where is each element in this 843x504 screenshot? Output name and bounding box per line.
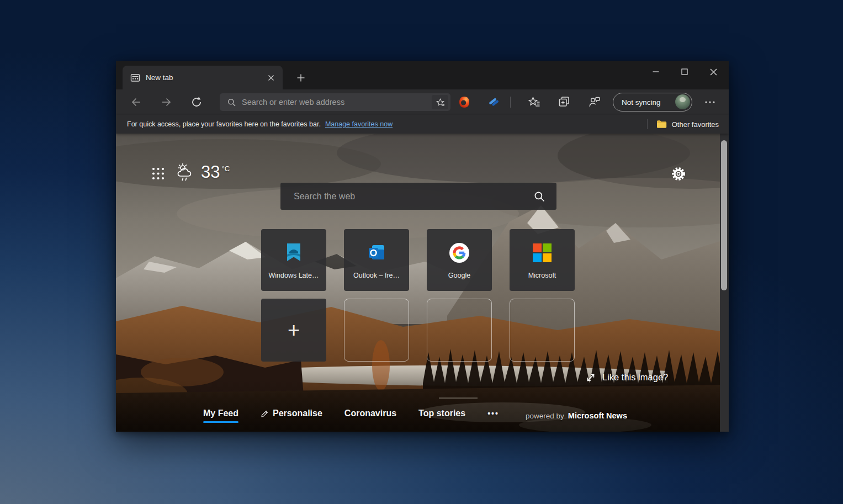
tab-title: New tab — [146, 73, 265, 82]
title-bar: New tab — [116, 61, 729, 89]
weather-widget[interactable]: 33 °C — [176, 162, 230, 183]
address-bar[interactable] — [220, 93, 450, 111]
web-search-box[interactable] — [280, 183, 556, 210]
not-syncing-label: Not syncing — [622, 98, 661, 107]
page-settings-gear-icon[interactable] — [670, 166, 687, 182]
forward-icon[interactable] — [160, 96, 173, 109]
tile-label: Outlook – fre… — [353, 272, 400, 279]
manage-favorites-link[interactable]: Manage favorites now — [325, 120, 393, 128]
plus-icon: + — [288, 320, 300, 341]
other-favorites-group[interactable]: Other favorites — [647, 119, 729, 129]
empty-tile-placeholder[interactable] — [510, 299, 575, 362]
feed-tab-label: Personalise — [273, 408, 322, 418]
add-favorite-star-icon[interactable] — [432, 95, 448, 109]
powered-prefix: powered by — [526, 412, 564, 420]
add-shortcut-tile[interactable]: + — [261, 299, 326, 362]
refresh-icon[interactable] — [190, 96, 203, 109]
tile-label: Microsoft — [528, 272, 556, 279]
favorites-message: For quick access, place your favorites h… — [127, 120, 321, 128]
outlook-icon — [366, 242, 387, 263]
tile-google[interactable]: Google — [427, 229, 492, 291]
web-search-magnifier-icon[interactable] — [533, 190, 545, 203]
search-icon — [227, 98, 236, 107]
newtab-page: 33 °C — [116, 134, 729, 432]
collections-icon[interactable] — [558, 96, 571, 109]
not-syncing-button[interactable]: Not syncing — [613, 93, 692, 112]
windows-latest-icon — [283, 242, 304, 263]
feed-tab-personalise[interactable]: Personalise — [261, 408, 322, 418]
google-icon — [449, 242, 470, 263]
apps-grid-icon[interactable] — [150, 166, 166, 181]
bottom-vignette — [116, 379, 729, 432]
toolbar-divider — [510, 97, 511, 108]
weather-unit: °C — [221, 165, 230, 173]
expand-image-icon — [586, 373, 596, 383]
tile-outlook[interactable]: Outlook – fre… — [344, 229, 409, 291]
like-this-image-control[interactable]: Like this image? — [586, 372, 668, 383]
web-search-input[interactable] — [294, 192, 533, 201]
feed-tab-top-stories[interactable]: Top stories — [418, 408, 465, 418]
powered-by-attribution: powered by Microsoft News — [526, 411, 627, 420]
toolbar: Not syncing — [116, 89, 729, 115]
empty-tile-placeholder[interactable] — [344, 299, 409, 362]
favorites-divider — [647, 119, 648, 129]
feed-tab-my-feed[interactable]: My Feed — [203, 408, 238, 418]
address-input[interactable] — [242, 98, 432, 107]
folder-icon — [656, 120, 667, 129]
tile-label: Google — [448, 272, 470, 279]
edge-browser-window: New tab — [116, 61, 729, 432]
settings-more-icon[interactable] — [703, 96, 717, 109]
weather-temperature: 33 — [201, 162, 220, 182]
favorites-bar: For quick access, place your favorites h… — [116, 115, 729, 134]
tab-close-icon[interactable] — [265, 72, 277, 84]
like-this-image-label: Like this image? — [602, 372, 668, 383]
editor-extension-icon[interactable] — [487, 96, 501, 109]
quick-links-grid: Windows Late… Outlook – fre… — [261, 229, 575, 362]
feedback-icon[interactable] — [588, 96, 601, 109]
tile-microsoft[interactable]: Microsoft — [510, 229, 575, 291]
window-controls — [641, 62, 728, 82]
tile-windows-latest[interactable]: Windows Late… — [261, 229, 326, 291]
feed-more-icon[interactable]: ••• — [487, 409, 499, 418]
favorites-bar-icon[interactable] — [528, 96, 541, 109]
tile-label: Windows Late… — [268, 272, 319, 279]
maximize-button[interactable] — [670, 62, 699, 82]
profile-avatar — [675, 94, 690, 109]
new-tab-button[interactable] — [294, 71, 308, 85]
empty-tile-placeholder[interactable] — [427, 299, 492, 362]
feed-tab-coronavirus[interactable]: Coronavirus — [344, 408, 396, 418]
tab-new-tab[interactable]: New tab — [123, 66, 283, 89]
scrollbar-thumb[interactable] — [721, 140, 727, 290]
powered-brand: Microsoft News — [568, 411, 627, 420]
page-scrollbar[interactable] — [720, 134, 729, 432]
office-extension-icon[interactable] — [458, 96, 471, 109]
microsoft-icon — [532, 242, 553, 263]
pencil-icon — [261, 410, 269, 418]
newtab-favicon — [130, 73, 140, 83]
close-window-button[interactable] — [699, 62, 728, 82]
minimize-button[interactable] — [641, 62, 670, 82]
other-favorites-label: Other favorites — [672, 120, 719, 129]
feed-navigation: My Feed Personalise Coronavirus Top stor… — [203, 408, 499, 418]
back-icon[interactable] — [130, 96, 143, 109]
weather-showers-icon — [176, 162, 195, 183]
